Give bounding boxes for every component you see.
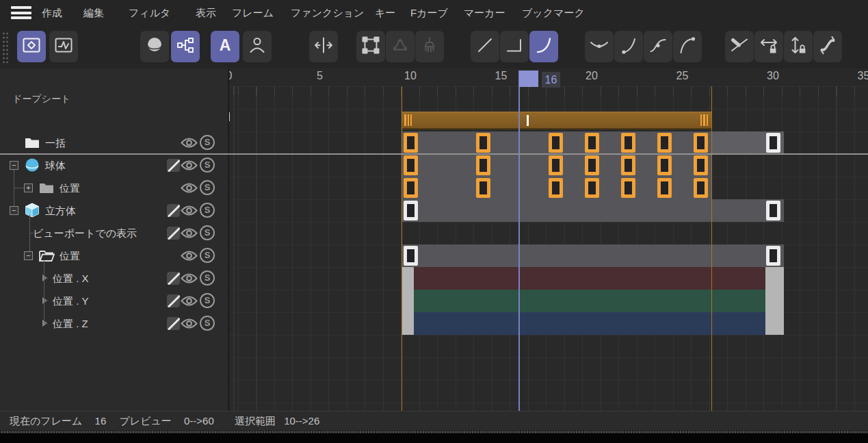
eye-toggle[interactable] [181,250,198,264]
tree-row-2[interactable]: −球体S [0,154,228,177]
keyframe-selected[interactable] [621,178,635,198]
tree-label[interactable]: 位置 . Y [53,290,89,312]
tree-row-6[interactable]: −位置S [0,244,228,267]
paint-keys-button[interactable] [415,31,444,62]
move-keys-button[interactable] [309,31,338,62]
tree-label[interactable]: 位置 . Z [53,312,88,335]
spline-interpolation-button[interactable] [529,31,558,62]
collapse-icon[interactable]: − [10,161,18,170]
toolbar-grip-icon[interactable] [2,31,8,63]
fcurve-mode-button[interactable] [49,31,78,62]
keyframe-selected[interactable] [404,133,418,153]
menu-item-10[interactable]: ブックマーク [522,0,585,26]
auto-tangent-button[interactable] [585,31,614,62]
track-bar[interactable] [414,290,765,312]
keyframe-selected[interactable] [657,155,672,175]
keyframe-selected[interactable] [549,133,563,153]
keyframe[interactable] [404,246,418,266]
menu-item-9[interactable]: マーカー [464,0,505,26]
keyframe-selected[interactable] [404,155,418,175]
track-bar[interactable] [765,290,784,312]
menu-item-4[interactable]: 表示 [196,0,216,26]
menu-item-8[interactable]: Fカーブ [410,0,448,26]
solo-toggle[interactable]: S [200,203,215,218]
tree-row-1[interactable]: 一括S [0,131,228,154]
expand-icon[interactable]: + [24,183,33,192]
ease-in-button[interactable] [614,31,643,62]
animation-enabled-toggle[interactable] [167,317,180,330]
tree-row-5[interactable]: ビューポートでの表示S [0,222,228,244]
panel-splitter[interactable] [228,68,229,411]
track-bar[interactable] [402,199,784,222]
keyframe[interactable] [404,201,418,220]
eye-toggle[interactable] [181,227,198,242]
track-bar[interactable] [402,312,415,335]
dope-sheet-mode-button[interactable] [17,31,46,62]
solo-toggle[interactable]: S [200,270,215,286]
timeline-track-area[interactable]: 0510152025303516 [229,68,868,411]
region-tool-button[interactable] [356,31,385,62]
sphere-filter-button[interactable] [140,31,169,62]
lock-time-button[interactable] [754,31,783,62]
hamburger-icon[interactable] [11,6,31,21]
keyframe-selected[interactable] [694,133,708,153]
tree-label[interactable]: ビューポートでの表示 [33,222,137,244]
keyframe-selected[interactable] [585,178,599,198]
keyframe-selected[interactable] [585,155,599,175]
tree-row-7[interactable]: 位置 . XS [0,267,228,290]
tree-label[interactable]: 立方体 [45,199,76,222]
track-bar[interactable] [402,267,415,290]
tree-label[interactable]: 位置 . X [53,267,89,290]
eye-toggle[interactable] [181,160,198,174]
solo-toggle[interactable]: S [200,225,215,240]
solo-toggle[interactable]: S [200,157,215,173]
solo-toggle[interactable]: S [200,316,215,331]
tree-row-8[interactable]: 位置 . YS [0,290,228,312]
keyframe-selected[interactable] [476,155,490,175]
menu-item-7[interactable]: キー [375,0,395,26]
range-grip-right-icon[interactable] [700,114,709,126]
step-interpolation-button[interactable] [500,31,529,62]
keyframe-selected[interactable] [549,178,563,198]
keyframe-selected[interactable] [694,178,708,198]
tree-label[interactable]: 位置 [60,244,80,267]
keyframe[interactable] [766,246,780,266]
ease-out-button[interactable] [673,31,702,62]
eye-toggle[interactable] [181,295,198,309]
menu-item-2[interactable]: 編集 [83,0,104,26]
animation-enabled-toggle[interactable] [167,159,180,172]
solo-toggle[interactable]: S [200,293,215,308]
keyframe[interactable] [766,133,780,153]
ripple-edit-button[interactable] [386,31,415,62]
range-grip-left-icon[interactable] [404,114,412,126]
collapse-icon[interactable]: − [10,206,18,215]
lock-value-button[interactable] [784,31,813,62]
keyframe[interactable] [766,201,780,220]
tree-label[interactable]: 一括 [45,131,66,154]
tree-row-3[interactable]: +位置S [0,177,228,199]
break-tangent-button[interactable] [725,31,754,62]
ease-ease-button[interactable] [644,31,672,62]
tree-row-9[interactable]: 位置 . ZS [0,312,228,335]
eye-toggle[interactable] [181,182,198,197]
track-bar[interactable] [765,267,784,290]
keyframe-selected[interactable] [621,155,635,175]
playhead-marker[interactable] [519,71,538,87]
keyframe-selected[interactable] [476,133,490,153]
keyframe-selected[interactable] [657,133,672,153]
keyframe-selected[interactable] [549,155,563,175]
eye-toggle[interactable] [181,205,198,219]
keyframe-selected[interactable] [621,133,635,153]
tree-row-4[interactable]: −立方体S [0,199,228,222]
keyframe-selected[interactable] [585,133,599,153]
mirror-tangent-button[interactable] [813,31,842,62]
track-bar[interactable] [765,312,784,335]
animation-enabled-toggle[interactable] [167,294,180,307]
motion-clip-button[interactable] [243,31,272,62]
track-bar[interactable] [402,244,784,267]
menu-item-1[interactable]: 作成 [42,0,62,26]
solo-toggle[interactable]: S [200,135,215,150]
hierarchy-filter-button[interactable] [171,31,200,62]
eye-toggle[interactable] [181,273,198,287]
animation-enabled-toggle[interactable] [167,227,180,240]
